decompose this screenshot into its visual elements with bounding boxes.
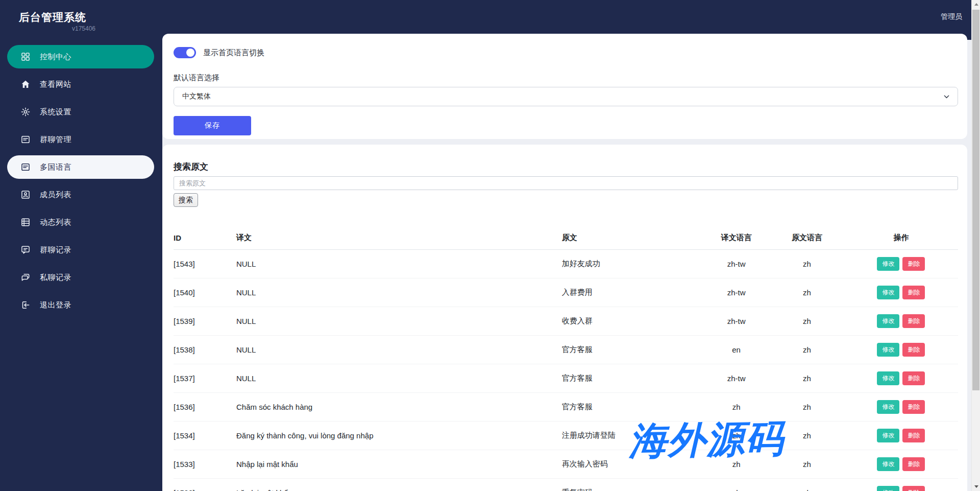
- vertical-scrollbar[interactable]: [971, 0, 980, 491]
- edit-button[interactable]: 修改: [877, 457, 899, 471]
- table-row: [1539]NULL收费入群zh-twzh修改删除: [174, 307, 958, 336]
- delete-button[interactable]: 删除: [902, 343, 925, 357]
- language-settings-card: 显示首页语言切换 默认语言选择 中文繁体 保存: [162, 34, 967, 139]
- row-translation-language: zh-tw: [707, 307, 770, 336]
- sidebar-item-2[interactable]: 查看网站: [7, 73, 154, 96]
- delete-button[interactable]: 删除: [902, 371, 925, 385]
- row-original-language: zh: [770, 422, 848, 450]
- scrollbar-thumb[interactable]: [972, 10, 979, 390]
- row-translation-language: zh: [707, 422, 770, 450]
- sidebar-item-10[interactable]: 退出登录: [7, 293, 154, 317]
- group-chat-log-icon: [20, 245, 31, 255]
- edit-button[interactable]: 修改: [877, 371, 899, 385]
- edit-button[interactable]: 修改: [877, 486, 899, 491]
- default-language-label: 默认语言选择: [174, 73, 958, 83]
- table-row: [1533]Nhập lại mật khẩu再次输入密码zhzh修改删除: [174, 450, 958, 479]
- sidebar-item-label: 控制中心: [40, 52, 71, 62]
- row-translation: Đăng ký thành công, vui lòng đăng nhập: [236, 422, 562, 450]
- row-original: 官方客服: [562, 336, 707, 364]
- dashboard-icon: [20, 52, 31, 62]
- row-id: [1540]: [174, 278, 236, 307]
- search-input[interactable]: [174, 176, 958, 190]
- row-actions: 修改删除: [848, 307, 958, 336]
- edit-button[interactable]: 修改: [877, 400, 899, 414]
- sidebar-item-label: 群聊记录: [40, 245, 71, 255]
- search-heading: 搜索原文: [174, 161, 958, 173]
- sidebar-item-7[interactable]: 动态列表: [7, 211, 154, 234]
- translations-card: 搜索原文 搜索 ID译文原文译文语言原文语言操作 [1543]NULL加好友成功…: [162, 145, 967, 491]
- row-id: [1539]: [174, 307, 236, 336]
- sidebar-item-9[interactable]: 私聊记录: [7, 266, 154, 289]
- column-header: 译文语言: [707, 226, 770, 250]
- sidebar-item-3[interactable]: 系统设置: [7, 100, 154, 124]
- selected-language: 中文繁体: [182, 92, 211, 101]
- row-original: 加好友成功: [562, 250, 707, 278]
- edit-button[interactable]: 修改: [877, 429, 899, 442]
- delete-button[interactable]: 删除: [902, 486, 925, 491]
- private-chat-log-icon: [20, 272, 31, 283]
- row-translation: NULL: [236, 307, 562, 336]
- row-id: [1533]: [174, 450, 236, 479]
- topbar: 管理员: [162, 0, 971, 34]
- table-row: [1536]Chăm sóc khách hàng官方客服zhzh修改删除: [174, 393, 958, 422]
- delete-button[interactable]: 删除: [902, 400, 925, 414]
- column-header: 译文: [236, 226, 562, 250]
- delete-button[interactable]: 删除: [902, 457, 925, 471]
- app-title: 后台管理系统: [19, 10, 150, 25]
- row-translation: NULL: [236, 364, 562, 393]
- sidebar-item-label: 动态列表: [40, 218, 71, 227]
- sidebar-item-5[interactable]: 多国语言: [7, 155, 154, 179]
- row-id: [1537]: [174, 364, 236, 393]
- row-original-language: zh: [770, 364, 848, 393]
- row-actions: 修改删除: [848, 278, 958, 307]
- scroll-up-arrow[interactable]: [972, 0, 980, 9]
- delete-button[interactable]: 删除: [902, 314, 925, 328]
- sidebar-item-label: 退出登录: [40, 300, 71, 310]
- default-language-select[interactable]: 中文繁体: [174, 87, 958, 106]
- row-original: 官方客服: [562, 364, 707, 393]
- edit-button[interactable]: 修改: [877, 314, 899, 328]
- edit-button[interactable]: 修改: [877, 257, 899, 271]
- row-original: 注册成功请登陆: [562, 422, 707, 450]
- sidebar-nav: 控制中心查看网站系统设置群聊管理多国语言成员列表动态列表群聊记录私聊记录退出登录: [0, 45, 162, 317]
- table-body: [1543]NULL加好友成功zh-twzh修改删除[1540]NULL入群费用…: [174, 250, 958, 491]
- row-actions: 修改删除: [848, 393, 958, 422]
- delete-button[interactable]: 删除: [902, 257, 925, 271]
- sidebar-item-label: 多国语言: [40, 162, 71, 172]
- homepage-language-toggle[interactable]: [174, 47, 196, 58]
- row-translation-language: zh-tw: [707, 278, 770, 307]
- row-actions: 修改删除: [848, 250, 958, 278]
- row-original: 收费入群: [562, 307, 707, 336]
- column-header: ID: [174, 226, 236, 250]
- gear-icon: [20, 107, 31, 117]
- row-original-language: zh: [770, 479, 848, 491]
- main-area: 管理员 显示首页语言切换 默认语言选择 中文繁体 保存 搜索原文 搜索 ID译文…: [162, 0, 971, 491]
- row-actions: 修改删除: [848, 336, 958, 364]
- row-actions: 修改删除: [848, 450, 958, 479]
- sidebar-item-label: 系统设置: [40, 107, 71, 117]
- logout-icon: [20, 300, 31, 310]
- sidebar-item-6[interactable]: 成员列表: [7, 183, 154, 206]
- row-original-language: zh: [770, 393, 848, 422]
- row-actions: 修改删除: [848, 364, 958, 393]
- save-button[interactable]: 保存: [174, 116, 251, 135]
- chevron-down-icon: [944, 94, 949, 100]
- row-id: [1543]: [174, 250, 236, 278]
- admin-user-menu[interactable]: 管理员: [941, 12, 962, 21]
- row-id: [1538]: [174, 336, 236, 364]
- app-version: v175406: [19, 25, 95, 32]
- edit-button[interactable]: 修改: [877, 286, 899, 299]
- search-button[interactable]: 搜索: [174, 193, 198, 207]
- sidebar-item-8[interactable]: 群聊记录: [7, 238, 154, 262]
- edit-button[interactable]: 修改: [877, 343, 899, 357]
- delete-button[interactable]: 删除: [902, 286, 925, 299]
- toggle-label: 显示首页语言切换: [203, 48, 264, 58]
- scroll-down-arrow[interactable]: [972, 482, 980, 491]
- sidebar-item-label: 群聊管理: [40, 135, 71, 145]
- row-original-language: zh: [770, 250, 848, 278]
- delete-button[interactable]: 删除: [902, 429, 925, 442]
- row-original: 入群费用: [562, 278, 707, 307]
- sidebar-item-4[interactable]: 群聊管理: [7, 128, 154, 151]
- sidebar-item-1[interactable]: 控制中心: [7, 45, 154, 68]
- table-row: [1540]NULL入群费用zh-twzh修改删除: [174, 278, 958, 307]
